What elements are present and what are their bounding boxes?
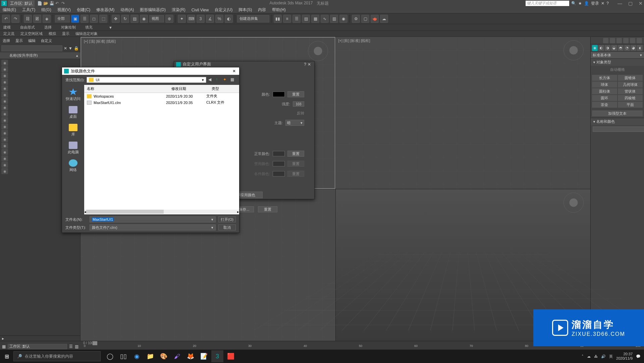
- nav-up-icon[interactable]: ↑: [216, 77, 221, 83]
- qat-undo-icon[interactable]: ↶: [55, 1, 60, 6]
- cp-max-icon[interactable]: [603, 38, 608, 43]
- percent-snap-button[interactable]: %: [215, 15, 223, 23]
- render-button[interactable]: 🫖: [371, 15, 379, 23]
- help-icon[interactable]: ?: [606, 1, 609, 6]
- angle-snap-button[interactable]: ∡: [206, 15, 214, 23]
- qat-open-icon[interactable]: 📂: [43, 1, 48, 6]
- filter-btn-3[interactable]: ◉: [1, 72, 8, 79]
- place-quick[interactable]: 快速访问: [66, 88, 80, 101]
- cp-help-icon[interactable]: [637, 38, 642, 43]
- unlink-button[interactable]: ⛓̸: [33, 15, 41, 23]
- place-pc[interactable]: 此电脑: [68, 142, 79, 155]
- cp-angle-icon[interactable]: [610, 38, 615, 43]
- workspace-input[interactable]: [8, 344, 67, 349]
- se-filter-icon[interactable]: ▼: [68, 46, 72, 51]
- select-name-button[interactable]: ☰: [80, 15, 89, 23]
- menu-grapheditors[interactable]: 图形编辑器(D): [140, 7, 166, 13]
- menu-rendering[interactable]: 渲染(R): [172, 7, 185, 13]
- filter-btn-16[interactable]: ◉: [1, 155, 8, 161]
- cp-sphere-icon[interactable]: [623, 38, 629, 43]
- vp-front-label[interactable]: [+] [前] [标准] [线框]: [338, 38, 370, 43]
- place-desktop[interactable]: 桌面: [69, 106, 77, 119]
- cp-tab-display[interactable]: ◓: [618, 45, 624, 51]
- filter-btn-17[interactable]: ◉: [1, 162, 8, 168]
- object-category[interactable]: 标准基本体 ▾: [591, 52, 644, 58]
- tray-vol-icon[interactable]: 🔊: [601, 354, 606, 359]
- filter-btn-11[interactable]: ◉: [1, 123, 8, 129]
- tab-freeform[interactable]: 自由形式: [20, 25, 35, 30]
- view-cube-front[interactable]: [564, 40, 584, 60]
- layer-button[interactable]: ☰: [292, 15, 301, 23]
- tray-up-icon[interactable]: ˄: [582, 354, 584, 359]
- filter-btn-2[interactable]: ◉: [1, 66, 8, 72]
- layer-toggle-icon[interactable]: ☰: [69, 344, 73, 349]
- toggle-explorer-button[interactable]: ▤: [302, 15, 310, 23]
- se-edit[interactable]: 编辑: [28, 38, 36, 43]
- max-task-icon[interactable]: 3: [211, 350, 223, 362]
- taskview-icon[interactable]: ◯: [104, 350, 116, 362]
- btn-teapot[interactable]: 茶壶: [592, 102, 617, 108]
- tab-selection[interactable]: 选择: [44, 25, 52, 30]
- cortana-icon[interactable]: ▯▯: [117, 350, 129, 362]
- view-cube-persp[interactable]: [564, 193, 584, 213]
- align-button[interactable]: ≡: [283, 15, 291, 23]
- placement-button[interactable]: ◉: [140, 15, 148, 23]
- ribbon-button[interactable]: ▦: [311, 15, 319, 23]
- normal-swatch[interactable]: [273, 151, 285, 156]
- exchange-icon[interactable]: ✕: [601, 1, 604, 6]
- btn-plane[interactable]: 平面: [618, 102, 643, 108]
- menu-help[interactable]: 帮助(H): [272, 7, 286, 13]
- app-icon-3[interactable]: 📝: [198, 350, 210, 362]
- menu-create[interactable]: 创建(C): [77, 7, 91, 13]
- filter-btn-14[interactable]: ◉: [1, 143, 8, 149]
- filter-btn-8[interactable]: ◉: [1, 104, 8, 110]
- btn-box[interactable]: 长方体: [592, 75, 617, 81]
- se-display[interactable]: 显示: [15, 38, 23, 43]
- menu-modifiers[interactable]: 修改器(M): [96, 7, 114, 13]
- qat-new-icon[interactable]: 📄: [37, 1, 42, 6]
- filter-toggle-icon[interactable]: ▥: [75, 344, 78, 349]
- se-select[interactable]: 选择: [3, 38, 10, 43]
- menu-script[interactable]: 脚本(S): [238, 7, 252, 13]
- maximize-button[interactable]: ▢: [628, 1, 633, 6]
- notification-icon[interactable]: 💬: [636, 354, 641, 359]
- ribbon-expand-icon[interactable]: ▼: [109, 25, 112, 30]
- col-date[interactable]: 修改日期: [169, 85, 209, 93]
- btn-cylinder[interactable]: 圆柱体: [592, 88, 617, 94]
- cp-tab-modify[interactable]: ◐: [598, 45, 604, 51]
- a360-button[interactable]: ☁: [380, 15, 388, 23]
- btn-sphere[interactable]: 球体: [592, 82, 617, 88]
- sub-flow[interactable]: 定义流: [3, 31, 14, 36]
- filter-btn-5[interactable]: ◉: [1, 85, 8, 91]
- app-icon-1[interactable]: 🎨: [158, 350, 170, 362]
- pivot-button[interactable]: ⊕: [165, 15, 173, 23]
- nav-new-icon[interactable]: ✦: [223, 77, 228, 83]
- tray-cloud-icon[interactable]: ☁: [587, 354, 591, 359]
- cp-tab-extra1[interactable]: ◕: [631, 45, 636, 51]
- keyboard-button[interactable]: ⌨: [187, 15, 195, 23]
- color-swatch-main[interactable]: [273, 92, 285, 97]
- filter-btn-1[interactable]: ◉: [1, 60, 8, 66]
- select-rect-button[interactable]: ◻: [90, 15, 98, 23]
- cp-grid-icon[interactable]: [616, 38, 622, 43]
- start-button[interactable]: ⊞: [0, 350, 13, 363]
- menu-civilview[interactable]: Civil View: [192, 8, 209, 12]
- cp-tab-util[interactable]: ◔: [624, 45, 630, 51]
- folder-select[interactable]: UI ▾: [87, 77, 206, 83]
- filter-btn-4[interactable]: ◉: [1, 79, 8, 85]
- filter-btn-12[interactable]: ◉: [1, 130, 8, 136]
- btn-geosphere[interactable]: 几何球体: [618, 82, 643, 88]
- app-icon-2[interactable]: 🖌: [171, 350, 183, 362]
- file-list-header[interactable]: 名称 修改日期 类型: [84, 85, 239, 93]
- render-setup-button[interactable]: ⚙: [352, 15, 360, 23]
- filter-btn-9[interactable]: ◉: [1, 111, 8, 117]
- menu-animation[interactable]: 动画(A): [120, 7, 134, 13]
- workspace-selector[interactable]: 工作区: 默认: [8, 0, 35, 7]
- se-column-header[interactable]: 名称(按升序排序) ▴: [0, 52, 80, 59]
- bind-button[interactable]: ◈: [43, 15, 51, 23]
- tray-net-icon[interactable]: 🖧: [594, 354, 598, 358]
- sub-display[interactable]: 显示: [62, 31, 69, 36]
- reset-all-button[interactable]: 重置: [258, 206, 277, 212]
- firefox-icon[interactable]: 🦊: [184, 350, 197, 362]
- schematic-button[interactable]: ▥: [330, 15, 338, 23]
